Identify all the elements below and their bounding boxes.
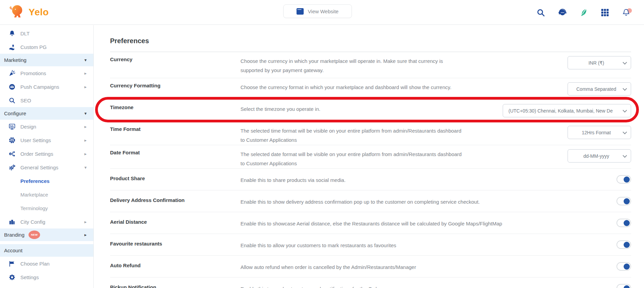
toggle-knob — [624, 198, 630, 204]
sidebar-item-seo[interactable]: SEO — [0, 94, 93, 107]
sidebar-item-city-config[interactable]: City Config▸ — [0, 215, 93, 228]
promo-icon — [8, 70, 16, 77]
pref-label-timezone: Timezone — [110, 100, 240, 110]
chevron-right-icon: ▸ — [84, 220, 87, 224]
pref-row-delivery-address-confirmation: Delivery Address ConfirmationEnable this… — [110, 190, 631, 212]
sidebar-item-order-settings[interactable]: Order Settings▸ — [0, 147, 93, 160]
pref-control: Comma Separated — [568, 78, 631, 96]
chevron-right-icon: ▸ — [84, 152, 87, 156]
delivery-address-confirmation-toggle[interactable] — [616, 197, 631, 205]
pref-control — [616, 234, 631, 249]
pref-row-date-format: Date FormatThe selected date format will… — [110, 145, 631, 169]
toggle-knob — [624, 242, 630, 248]
chevron-right-icon: ▸ — [84, 138, 87, 142]
preferences-rows: CurrencyChoose the currency in which you… — [110, 52, 631, 288]
sidebar-label: DLT — [20, 31, 30, 36]
pref-description: Enable this to showcase Aerial distance,… — [240, 212, 612, 228]
pref-row-product-share: Product ShareEnable this to share produc… — [110, 169, 631, 190]
chevron-down-icon — [623, 108, 627, 113]
time-format-dropdown[interactable]: 12Hrs Format — [568, 126, 631, 139]
sidebar-item-user-settings[interactable]: User Settings▸ — [0, 133, 93, 147]
hand-user-icon — [8, 44, 16, 51]
sidebar-label: Choose Plan — [20, 261, 50, 267]
currency-formatting-dropdown[interactable]: Comma Separated — [568, 82, 631, 96]
preferences-panel: Preferences CurrencyChoose the currency … — [94, 25, 644, 288]
sidebar-item-preferences[interactable]: Preferences — [0, 174, 93, 188]
pref-row-currency-formatting: Currency FormattingChoose the currency f… — [110, 78, 631, 100]
sidebar-label: Preferences — [20, 178, 50, 184]
pref-description: The selected date format will be visible… — [240, 145, 564, 168]
currency-dropdown[interactable]: INR (₹) — [568, 56, 631, 69]
sidebar-section-marketing[interactable]: Marketing▾ — [0, 54, 93, 66]
sidebar-label: Order Settings — [20, 151, 53, 157]
sidebar-item-push-campaigns[interactable]: Push Campaigns▸ — [0, 80, 93, 94]
date-format-dropdown[interactable]: dd-MM-yyyy — [568, 149, 631, 163]
gear-icon — [8, 274, 16, 281]
sidebar-item-design[interactable]: Design▸ — [0, 120, 93, 133]
notification-bell-icon[interactable] — [622, 8, 632, 17]
pickup-notification-toggle[interactable] — [616, 284, 631, 288]
pref-row-favourite-restaurants: Favourite restaurantsEnable this to allo… — [110, 234, 631, 256]
pref-label-time-format: Time Format — [110, 122, 240, 132]
pref-label-pickup-notification: Pickup Notification — [110, 277, 240, 288]
city-icon — [8, 218, 16, 225]
seo-icon — [8, 97, 16, 104]
pref-control: INR (₹) — [568, 52, 631, 69]
pref-control: (UTC+05:30) Chennai, Kolkata, Mumbai, Ne… — [503, 100, 631, 117]
view-website-button[interactable]: View Website — [283, 4, 352, 18]
sidebar-label: User Settings — [20, 137, 51, 143]
apps-grid-icon[interactable] — [600, 8, 610, 17]
auto-refund-toggle[interactable] — [616, 262, 631, 271]
sidebar-item-terminology[interactable]: Terminology — [0, 201, 93, 215]
pref-control — [616, 169, 631, 184]
yelo-admin-app: Yelo View Website — [0, 0, 644, 288]
sidebar-label: Push Campaigns — [20, 84, 59, 90]
sidebar-label: Marketing — [4, 57, 26, 63]
pref-control — [616, 212, 631, 227]
sidebar-item-custom-pg[interactable]: Custom PG — [0, 40, 93, 54]
yelo-logo[interactable]: Yelo — [9, 4, 49, 21]
support-chat-icon[interactable] — [557, 8, 567, 17]
pref-label-favourite-restaurants: Favourite restaurants — [110, 234, 240, 247]
dropdown-value: dd-MM-yyyy — [583, 153, 609, 159]
timezone-dropdown[interactable]: (UTC+05:30) Chennai, Kolkata, Mumbai, Ne… — [503, 104, 631, 117]
sidebar-item-settings[interactable]: Settings — [0, 270, 93, 284]
order-settings-icon — [8, 150, 16, 157]
sidebar-section-account[interactable]: Account — [0, 244, 93, 257]
design-icon — [8, 123, 16, 130]
pref-description: Choose the currency in which your market… — [240, 52, 564, 75]
pref-label-auto-refund: Auto Refund — [110, 256, 240, 268]
sidebar-item-marketplace[interactable]: Marketplace — [0, 188, 93, 201]
pref-description: Enable this to allow your customers to m… — [240, 234, 612, 250]
sidebar-section-configure[interactable]: Configure▾ — [0, 107, 93, 120]
toggle-knob — [624, 176, 630, 183]
sidebar-label: Branding — [4, 232, 24, 238]
search-icon[interactable] — [536, 8, 545, 17]
favourite-restaurants-toggle[interactable] — [616, 240, 631, 249]
sidebar-section-branding[interactable]: BrandingNEW▸ — [0, 228, 93, 241]
pref-row-aerial-distance: Aerial DistanceEnable this to showcase A… — [110, 212, 631, 234]
pref-control — [616, 190, 631, 205]
chevron-down-icon — [623, 130, 627, 134]
sidebar-label: Design — [20, 124, 36, 130]
bell-icon — [8, 30, 16, 37]
product-share-toggle[interactable] — [616, 175, 631, 184]
page-title: Preferences — [110, 37, 631, 45]
sidebar-item-promotions[interactable]: Promotions▸ — [0, 66, 93, 80]
growth-icon[interactable] — [579, 8, 588, 17]
pref-label-product-share: Product Share — [110, 169, 240, 181]
aerial-distance-toggle[interactable] — [616, 219, 631, 227]
sidebar-item-general-settings[interactable]: General Settings▾ — [0, 160, 93, 174]
sidebar-item-choose-plan[interactable]: Choose Plan — [0, 257, 93, 270]
pref-label-currency-formatting: Currency Formatting — [110, 78, 240, 88]
topbar-icons — [536, 0, 632, 25]
pref-control — [616, 277, 631, 288]
pref-label-aerial-distance: Aerial Distance — [110, 212, 240, 225]
sidebar-item-dlt[interactable]: DLT — [0, 27, 93, 40]
pref-control — [616, 256, 631, 271]
sidebar-label: Terminology — [20, 205, 48, 211]
lion-logo-icon — [9, 4, 26, 21]
pref-label-currency: Currency — [110, 52, 240, 62]
sidebar-label: Configure — [4, 111, 26, 116]
sidebar-label: SEO — [20, 98, 31, 103]
